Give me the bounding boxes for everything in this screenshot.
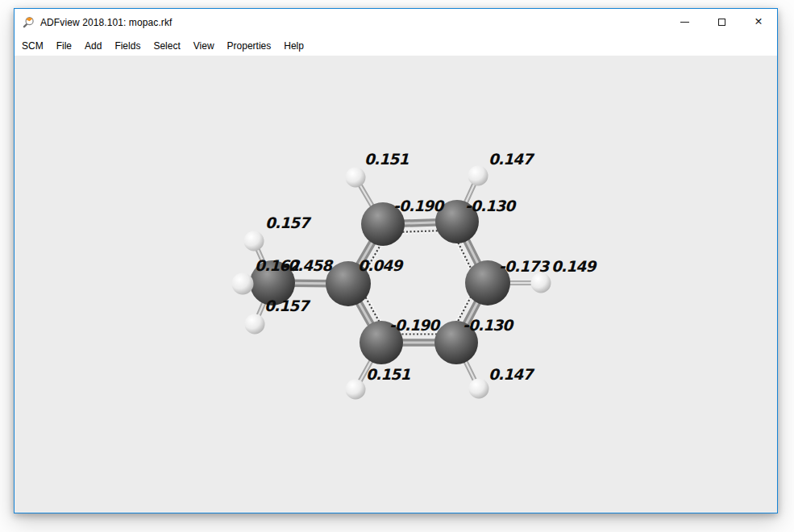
menu-bar: SCM File Add Fields Select View Properti… [15, 35, 777, 56]
charge-label: -0.190 [393, 197, 445, 214]
atom-h72-hydrogen[interactable] [232, 273, 254, 295]
charge-label: -0.130 [463, 317, 514, 334]
menu-item-add[interactable]: Add [78, 35, 108, 56]
maximize-button[interactable] [703, 9, 740, 35]
charge-label: 0.147 [488, 366, 534, 383]
menu-item-file[interactable]: File [50, 35, 78, 56]
atom-h3-hydrogen[interactable] [468, 166, 488, 186]
molecule-canvas[interactable]: 0.1510.147-0.190-0.1300.1570.162-0.4580.… [15, 56, 777, 513]
close-icon: ✕ [755, 17, 763, 27]
charge-label: -0.173 [499, 258, 551, 275]
atom-h73-hydrogen[interactable] [245, 314, 265, 335]
magnifier-app-icon [22, 16, 35, 29]
close-button[interactable]: ✕ [740, 9, 777, 35]
menu-item-properties[interactable]: Properties [221, 35, 278, 56]
atom-h5-hydrogen[interactable] [469, 379, 489, 399]
charge-label: 0.151 [364, 151, 409, 168]
window-controls: ✕ [666, 9, 777, 35]
charge-label: 0.149 [551, 258, 597, 275]
atom-h4-hydrogen[interactable] [531, 273, 551, 293]
charge-label: -0.458 [282, 257, 334, 274]
charge-label: 0.157 [265, 214, 311, 231]
minimize-button[interactable] [666, 9, 703, 35]
charge-label: 0.049 [358, 257, 404, 274]
desktop: ADFview 2018.101: mopac.rkf ✕ SCM File A… [0, 0, 794, 532]
charge-label: 0.157 [264, 297, 310, 314]
atom-h71-hydrogen[interactable] [244, 231, 264, 251]
charge-label: -0.130 [465, 197, 517, 214]
window-title: ADFview 2018.101: mopac.rkf [40, 17, 172, 28]
menu-item-scm[interactable]: SCM [15, 35, 50, 56]
minimize-icon [680, 22, 689, 23]
charge-label: 0.151 [366, 366, 410, 383]
atom-h6-hydrogen[interactable] [346, 380, 366, 400]
menu-item-help[interactable]: Help [277, 35, 310, 56]
charge-label: -0.190 [389, 317, 441, 334]
atom-h2-hydrogen[interactable] [346, 168, 366, 188]
maximize-icon [718, 19, 725, 26]
app-window: ADFview 2018.101: mopac.rkf ✕ SCM File A… [14, 8, 778, 513]
menu-item-select[interactable]: Select [147, 35, 186, 56]
viewport-3d[interactable]: 0.1510.147-0.190-0.1300.1570.162-0.4580.… [15, 56, 777, 513]
charge-label: 0.147 [488, 151, 534, 168]
title-bar[interactable]: ADFview 2018.101: mopac.rkf ✕ [15, 9, 777, 35]
menu-item-fields[interactable]: Fields [108, 35, 147, 56]
menu-item-view[interactable]: View [187, 35, 221, 56]
